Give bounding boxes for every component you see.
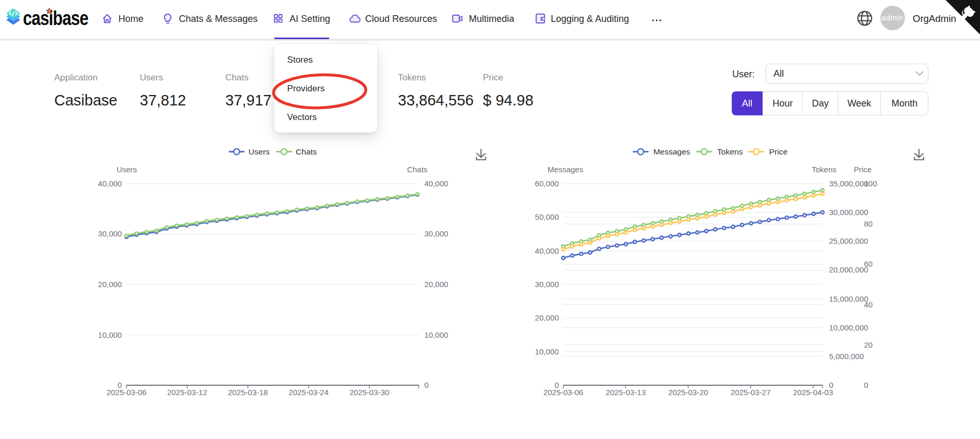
svg-text:40: 40 <box>864 300 873 309</box>
svg-text:2025-03-27: 2025-03-27 <box>731 388 771 397</box>
svg-text:20,000: 20,000 <box>535 313 559 322</box>
svg-text:15,000,000: 15,000,000 <box>829 294 868 303</box>
svg-text:30,000,000: 30,000,000 <box>829 208 868 217</box>
svg-text:2025-03-06: 2025-03-06 <box>106 388 147 397</box>
svg-text:10,000,000: 10,000,000 <box>829 323 868 332</box>
svg-text:Price: Price <box>769 147 788 156</box>
svg-text:2025-03-20: 2025-03-20 <box>668 388 708 397</box>
svg-text:10,000: 10,000 <box>425 330 449 339</box>
svg-text:30,000: 30,000 <box>98 229 122 238</box>
svg-text:20,000,000: 20,000,000 <box>829 265 868 274</box>
svg-text:50,000: 50,000 <box>535 212 559 221</box>
svg-text:25,000,000: 25,000,000 <box>829 236 868 245</box>
svg-text:100: 100 <box>864 179 877 188</box>
svg-text:5,000,000: 5,000,000 <box>829 352 864 361</box>
svg-text:2025-03-12: 2025-03-12 <box>167 388 208 397</box>
svg-text:30,000: 30,000 <box>425 229 449 238</box>
svg-text:Tokens: Tokens <box>717 147 743 156</box>
svg-text:Chats: Chats <box>407 165 427 174</box>
svg-text:2025-03-06: 2025-03-06 <box>543 388 584 397</box>
svg-text:60: 60 <box>864 259 873 268</box>
svg-text:35,000,000: 35,000,000 <box>829 179 868 188</box>
svg-text:Price: Price <box>854 165 872 174</box>
svg-text:10,000: 10,000 <box>98 330 122 339</box>
svg-text:Messages: Messages <box>654 147 691 156</box>
svg-text:10,000: 10,000 <box>535 347 559 356</box>
svg-text:20,000: 20,000 <box>98 280 122 289</box>
svg-text:20: 20 <box>864 340 873 349</box>
svg-text:40,000: 40,000 <box>98 179 122 188</box>
svg-text:2025-03-24: 2025-03-24 <box>288 388 329 397</box>
svg-text:Tokens: Tokens <box>812 165 837 174</box>
svg-text:0: 0 <box>425 381 429 389</box>
svg-text:2025-03-13: 2025-03-13 <box>606 388 646 397</box>
svg-text:Messages: Messages <box>548 165 583 174</box>
svg-text:Chats: Chats <box>296 147 317 156</box>
svg-text:80: 80 <box>864 219 873 228</box>
svg-text:2025-03-30: 2025-03-30 <box>349 388 390 397</box>
svg-text:Users: Users <box>116 165 137 174</box>
svg-text:Users: Users <box>249 147 270 156</box>
svg-text:20,000: 20,000 <box>425 280 449 289</box>
svg-text:40,000: 40,000 <box>425 179 449 188</box>
svg-text:2025-03-18: 2025-03-18 <box>228 388 268 397</box>
svg-text:60,000: 60,000 <box>535 179 559 188</box>
svg-text:30,000: 30,000 <box>535 280 559 289</box>
svg-text:40,000: 40,000 <box>535 246 559 255</box>
svg-text:2025-04-03: 2025-04-03 <box>793 388 833 397</box>
svg-text:0: 0 <box>864 381 868 389</box>
